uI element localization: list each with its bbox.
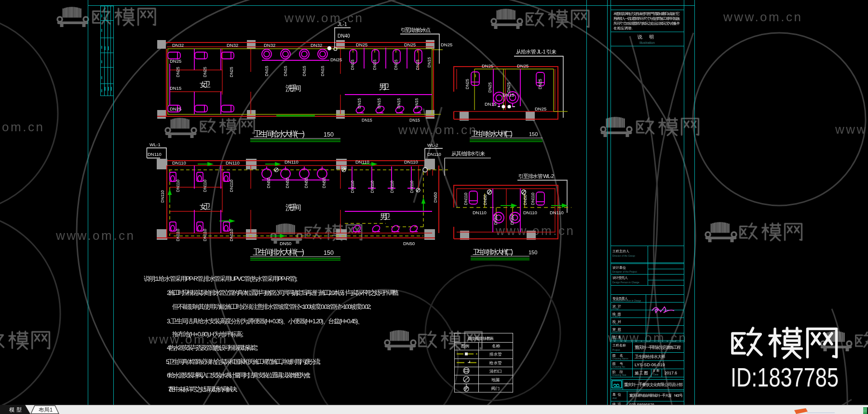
svg-text:女卫: 女卫	[200, 80, 211, 88]
svg-text:WL-2: WL-2	[427, 142, 438, 148]
svg-text:本图纸及其电子文档,未经同意严禁复制1翻印,或做行它: 本图纸及其电子文档,未经同意严禁复制1翻印,或做行它	[613, 12, 680, 16]
svg-text:给排水管道主材图表: 给排水管道主材图表	[468, 336, 494, 341]
svg-text:DN15: DN15	[357, 98, 362, 109]
svg-text:DN40: DN40	[338, 33, 350, 39]
svg-text:DN110: DN110	[390, 180, 394, 193]
svg-text:DN110: DN110	[172, 160, 186, 166]
svg-text:重庆石桥铺渝州新城刘一手大厦: 重庆石桥铺渝州新城刘一手大厦	[629, 393, 672, 398]
svg-text:DN110: DN110	[370, 180, 375, 193]
svg-text:所示尺寸,加发现图纸与实际之处,应以实际况为准备并: 所示尺寸,加发现图纸与实际之处,应以实际况为准备并	[613, 21, 680, 26]
svg-text:DN50: DN50	[266, 178, 271, 188]
svg-text:DN15: DN15	[409, 118, 420, 123]
svg-text:DN50: DN50	[483, 194, 488, 205]
svg-text:2.施工时应根据实际给排水管立管的具体位置,并与物管公司共同: 2.施工时应根据实际给排水管立管的具体位置,并与物管公司共同确定后再进行施工,如…	[167, 289, 399, 296]
svg-text:DN25: DN25	[203, 67, 207, 77]
svg-text:www.om.cn: www.om.cn	[398, 123, 477, 137]
svg-text:DN50: DN50	[285, 178, 290, 188]
svg-text:女卫: 女卫	[200, 202, 211, 210]
svg-text:WL-1: WL-1	[149, 142, 161, 147]
svg-text:男卫: 男卫	[380, 212, 391, 221]
svg-text:给水管: 给水管	[489, 360, 502, 365]
svg-text:DN110: DN110	[203, 179, 207, 192]
svg-text:DN110: DN110	[148, 152, 162, 157]
svg-text:卫生间给水大样(二): 卫生间给水大样(二)	[471, 130, 513, 138]
svg-text:150: 150	[324, 131, 334, 138]
svg-text:DN50: DN50	[493, 214, 498, 225]
svg-text:DN110: DN110	[229, 179, 234, 192]
svg-text:DN15: DN15	[485, 101, 496, 107]
svg-text:DN110: DN110	[530, 193, 535, 205]
svg-text:DN25: DN25	[488, 82, 492, 93]
svg-text:DN32: DN32	[227, 42, 238, 48]
svg-text:DN50: DN50	[304, 178, 309, 188]
svg-text:Illustration: Illustration	[639, 41, 655, 44]
svg-text:DN110: DN110	[427, 152, 441, 157]
svg-text:清扫口: 清扫口	[489, 369, 502, 373]
svg-text:但不能影响其使用功能;施工时必须注意排水管坡度:管径<100: 但不能影响其使用功能;施工时必须注意排水管坡度:管径<100坡度:0.03;管径…	[172, 303, 371, 310]
svg-text:DN110: DN110	[226, 160, 240, 166]
svg-text:设计单位: 设计单位	[612, 266, 626, 269]
svg-text:Design Person in Charge: Design Person in Charge	[612, 281, 639, 284]
svg-text:150: 150	[529, 131, 538, 137]
svg-text:设计受托人: 设计受托人	[612, 276, 628, 280]
svg-text:重庆刘一手餐饮文化有限公司设计部: 重庆刘一手餐饮文化有限公司设计部	[624, 382, 683, 387]
svg-text:DN25: DN25	[465, 79, 470, 89]
svg-text:DN50: DN50	[280, 241, 291, 246]
svg-text:洗手间: 洗手间	[285, 203, 301, 211]
svg-text:Examine: Examine	[612, 331, 621, 333]
svg-text:DN15: DN15	[350, 59, 355, 70]
svg-text:说明: 说明	[637, 34, 661, 40]
svg-text:DN25: DN25	[330, 57, 342, 62]
svg-text:地漏: 地漏	[491, 377, 500, 382]
svg-text:4.热水器安装与否及管道敷设可根据现场敲定;: 4.热水器安装与否及管道敷设可根据现场敲定;	[167, 344, 258, 351]
svg-text:DN25: DN25	[535, 106, 546, 111]
svg-text:Specialized Person in Charge: Specialized Person in Charge	[612, 300, 641, 302]
svg-text:DN110: DN110	[176, 229, 180, 241]
svg-text:DN110: DN110	[473, 210, 487, 215]
svg-text:DN50: DN50	[510, 214, 515, 225]
svg-text:工程名称: 工程名称	[612, 344, 626, 347]
svg-text:DN15: DN15	[320, 66, 325, 76]
svg-text:www.om.cn: www.om.cn	[0, 120, 44, 134]
svg-text:DN110: DN110	[229, 229, 234, 241]
svg-text:卫生间排水大样(二): 卫生间排水大样(二)	[473, 248, 513, 256]
svg-text:6.给水源安装球阀,入口安装水表计量;同时,洁具安装位置请以: 6.给水源安装球阀,入口安装水表计量;同时,洁具安装位置请以装饰图为准;	[167, 372, 311, 379]
svg-text:Project: Project	[612, 348, 620, 351]
svg-text:7.图中未标详尽之处请现场协商解决。: 7.图中未标详尽之处请现场协商解决。	[168, 386, 242, 393]
svg-text:日 期: 日 期	[652, 369, 659, 373]
svg-text:DN25: DN25	[538, 79, 542, 89]
svg-text:布局1: 布局1	[39, 407, 53, 413]
svg-text:www.om.cn: www.om.cn	[284, 11, 364, 25]
svg-text:DN25: DN25	[404, 42, 416, 47]
svg-text:Designer of the Project: Designer of the Project	[612, 270, 637, 273]
svg-text:DN15: DN15	[372, 59, 377, 70]
svg-text:N-02 号: N-02 号	[674, 393, 683, 398]
svg-text:Drawing: Drawing	[612, 315, 621, 317]
svg-text:DN15: DN15	[414, 98, 419, 109]
svg-text:DN25: DN25	[176, 67, 180, 77]
svg-text:名称: 名称	[492, 344, 501, 348]
svg-text:JL-1: JL-1	[338, 22, 347, 27]
svg-text:图例: 图例	[461, 344, 469, 348]
svg-text:DN15: DN15	[393, 59, 398, 70]
svg-text:DN15: DN15	[396, 98, 401, 109]
svg-text:DN110: DN110	[350, 180, 355, 193]
svg-text:从其他排水引来: 从其他排水引来	[451, 151, 485, 156]
svg-text:施工图: 施工图	[635, 371, 648, 375]
svg-text:DN15: DN15	[170, 85, 181, 91]
svg-text:DN25: DN25	[170, 58, 181, 64]
svg-text:引至排水管 WL-2: 引至排水管 WL-2	[518, 173, 554, 179]
svg-text:DN110: DN110	[409, 180, 414, 193]
svg-text:Approved: Approved	[612, 338, 622, 340]
svg-text:重庆刘一手郭家沱店装饰工程: 重庆刘一手郭家沱店装饰工程	[635, 345, 681, 350]
svg-text:DN25: DN25	[356, 42, 367, 47]
svg-text:DN110: DN110	[176, 179, 180, 192]
svg-text:DN50: DN50	[403, 241, 415, 246]
svg-text:Add: Add	[612, 397, 617, 400]
svg-text:引至其他给水点: 引至其他给水点	[401, 27, 431, 33]
svg-text:LYS-SD-06-019: LYS-SD-06-019	[635, 362, 665, 367]
svg-text:Drawing Name: Drawing Name	[612, 357, 628, 360]
svg-text:排水管: 排水管	[489, 352, 502, 357]
svg-text:Drawing Stat: Drawing Stat	[612, 373, 626, 376]
svg-text:DN110: DN110	[285, 159, 298, 165]
